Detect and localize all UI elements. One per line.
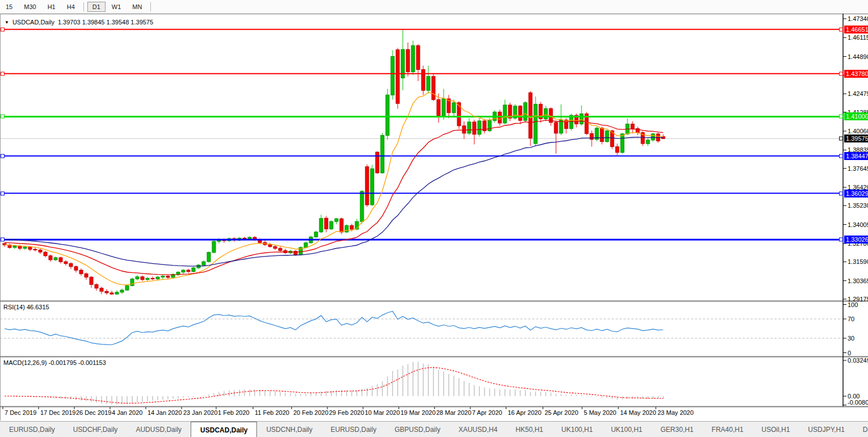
chart-tab-usdjpyh1[interactable]: USDJPY,H1 [799,422,853,437]
chart-tab-hk50h1[interactable]: HK50,H1 [507,422,553,437]
chart-tab-usdcnhdaily[interactable]: USDCNH,Daily [257,422,321,437]
line-right-handle[interactable] [839,238,843,242]
date-label: 4 Jan 2020 [112,409,142,416]
ohlc-values: 1.39703 1.39845 1.39548 1.39575 [58,19,153,26]
price-tick-label: 1.30365 [848,278,868,284]
chart-tab-eurusddaily[interactable]: EURUSD,Daily [0,422,64,437]
date-label: 28 Mar 2020 [436,409,471,416]
date-label: 5 May 2020 [584,409,616,416]
chart-tab-uk100h1[interactable]: UK100,H1 [602,422,651,437]
chart-tab-dj30daily[interactable]: DJ30,Daily [854,422,868,437]
price-tick-label: 1.31590 [848,258,868,265]
date-label: 23 May 2020 [658,409,694,416]
chart-title: ▼ USDCAD,Daily 1.39703 1.39845 1.39548 1… [5,19,153,26]
chart-tab-bar: EURUSD,DailyUSDCHF,DailyAUDUSD,DailyUSDC… [0,421,868,437]
line-left-handle[interactable] [1,72,5,75]
price-tick-label: 1.34005 [848,221,868,228]
rsi-scale-100: 100 [848,301,858,308]
macd-scale-max: 0.032493 [848,357,868,364]
date-label: 17 Dec 2019 [40,409,75,416]
line-right-handle[interactable] [839,115,843,119]
chart-tab-fra40h1[interactable]: FRA40,H1 [702,422,752,437]
rsi-indicator-label: RSI(14) 46.6315 [3,304,49,310]
line-left-handle[interactable] [1,238,5,242]
chart-tab-usdcaddaily[interactable]: USDCAD,Daily [191,422,257,437]
trading-app-window: 15M30H1H4D1W1MN ▼ USDCAD,Daily 1.39703 1… [0,0,868,437]
price-tag-1.41000: 1.41000 [844,112,868,120]
price-tick-label: 1.44890 [848,53,868,60]
symbol-label: USDCAD,Daily [12,19,54,26]
date-label: 26 Dec 2019 [76,409,111,416]
date-label: 1 Feb 2020 [218,409,250,416]
date-label: 23 Jan 2020 [183,409,218,416]
line-left-handle[interactable] [1,191,5,195]
price-tick-label: 1.35230 [848,202,868,209]
price-tick-label: 1.37645 [848,165,868,172]
line-right-handle[interactable] [839,137,843,141]
date-label: 29 Feb 2020 [329,409,364,416]
price-tag-1.46651: 1.46651 [844,26,868,33]
line-right-handle[interactable] [839,191,843,195]
macd-scale-min: -0.00808 [848,399,868,406]
macd-indicator-label: MACD(12,26,9) -0.001795 -0.001153 [3,359,106,366]
price-tick-label: 1.40060 [848,128,868,135]
price-tag-1.36029: 1.36029 [844,190,868,198]
price-tag-1.43780: 1.43780 [844,70,868,78]
line-right-handle[interactable] [839,72,843,75]
line-left-handle[interactable] [1,154,5,158]
chart-tab-usdchfdaily[interactable]: USDCHF,Daily [64,422,127,437]
price-tick-label: 1.47340 [848,15,868,22]
price-tick-label: 1.46115 [848,34,868,41]
price-tick-label: 1.42475 [848,90,868,97]
date-label: 25 Apr 2020 [545,409,578,416]
line-left-handle[interactable] [1,27,5,31]
chart-tab-uk100h1[interactable]: UK100,H1 [553,422,602,437]
chart-tab-ger30h1[interactable]: GER30,H1 [651,422,702,437]
date-label: 16 Apr 2020 [508,409,541,416]
date-label: 11 Feb 2020 [255,409,289,416]
chart-window[interactable]: ▼ USDCAD,Daily 1.39703 1.39845 1.39548 1… [0,14,868,421]
price-tag-1.38447: 1.38447 [844,152,868,160]
date-label: 19 Mar 2020 [401,409,436,416]
rsi-scale-70: 70 [848,316,854,322]
date-label: 14 Jan 2020 [148,409,182,416]
chart-tab-usoilh1[interactable]: USOil,H1 [752,422,799,437]
price-tag-1.33026: 1.33026 [844,236,868,243]
date-label: 7 Dec 2019 [5,409,36,416]
chart-tab-gbpusddaily[interactable]: GBPUSD,Daily [385,422,449,437]
price-tag-1.39575: 1.39575 [844,135,868,142]
rsi-scale-0: 0 [848,350,851,356]
chart-dropdown-icon[interactable]: ▼ [5,20,9,25]
line-left-handle[interactable] [1,115,5,119]
date-label: 20 Feb 2020 [293,409,328,416]
date-label: 7 Apr 2020 [472,409,502,416]
chart-tab-audusddaily[interactable]: AUDUSD,Daily [127,422,191,437]
chart-tab-eurusddaily[interactable]: EURUSD,Daily [322,422,386,437]
line-right-handle[interactable] [839,154,843,158]
date-label: 14 May 2020 [620,409,656,416]
chart-tab-xauusdh4[interactable]: XAUUSD,H4 [449,422,507,437]
rsi-scale-30: 30 [848,335,854,342]
date-label: 10 Mar 2020 [365,409,400,416]
line-right-handle[interactable] [839,27,843,31]
